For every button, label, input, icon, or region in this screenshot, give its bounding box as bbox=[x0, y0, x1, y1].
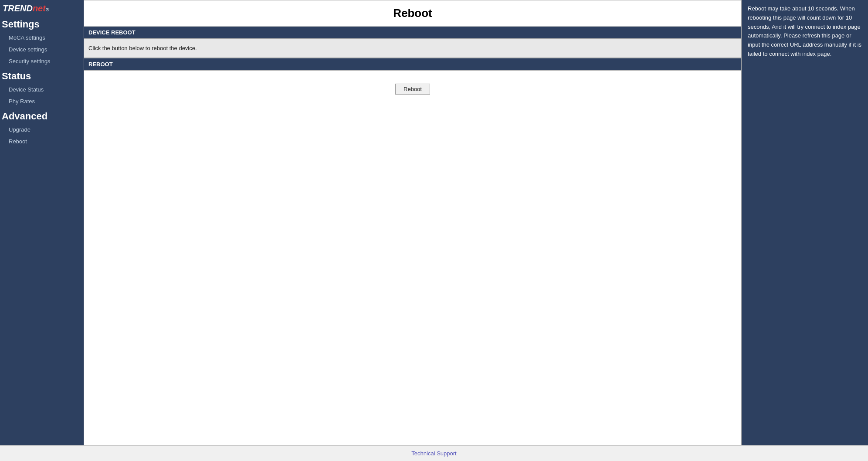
logo-registered: ® bbox=[46, 7, 49, 12]
sidebar-item-phy-rates[interactable]: Phy Rates bbox=[0, 95, 84, 107]
page-title: Reboot bbox=[84, 0, 741, 27]
right-info-panel: Reboot may take about 10 seconds. When r… bbox=[742, 0, 868, 445]
sidebar-item-security-settings[interactable]: Security settings bbox=[0, 55, 84, 67]
footer: Technical Support bbox=[0, 445, 868, 461]
status-heading: Status bbox=[0, 67, 84, 84]
sidebar-item-device-status[interactable]: Device Status bbox=[0, 84, 84, 95]
logo: TRENDnet® bbox=[0, 0, 84, 15]
sidebar-item-device-settings[interactable]: Device settings bbox=[0, 44, 84, 55]
main-content: Reboot DEVICE REBOOT Click the button be… bbox=[84, 0, 742, 445]
reboot-button[interactable]: Reboot bbox=[395, 84, 430, 95]
right-panel-info-text: Reboot may take about 10 seconds. When r… bbox=[748, 5, 861, 57]
device-reboot-body: Click the button below to reboot the dev… bbox=[84, 39, 741, 58]
technical-support-link[interactable]: Technical Support bbox=[411, 450, 456, 457]
reboot-section: REBOOT Reboot bbox=[84, 58, 741, 108]
device-reboot-description: Click the button below to reboot the dev… bbox=[88, 45, 197, 51]
logo-net: net bbox=[33, 3, 46, 14]
sidebar-item-moca-settings[interactable]: MoCA settings bbox=[0, 32, 84, 44]
reboot-body: Reboot bbox=[84, 71, 741, 108]
advanced-heading: Advanced bbox=[0, 107, 84, 124]
logo-trend: TREND bbox=[3, 3, 33, 14]
content-area: Reboot DEVICE REBOOT Click the button be… bbox=[84, 0, 868, 445]
settings-heading: Settings bbox=[0, 15, 84, 32]
reboot-section-header: REBOOT bbox=[84, 58, 741, 71]
sidebar: TRENDnet® Settings MoCA settings Device … bbox=[0, 0, 84, 445]
sidebar-item-upgrade[interactable]: Upgrade bbox=[0, 124, 84, 136]
sidebar-item-reboot[interactable]: Reboot bbox=[0, 136, 84, 147]
device-reboot-header: DEVICE REBOOT bbox=[84, 27, 741, 39]
